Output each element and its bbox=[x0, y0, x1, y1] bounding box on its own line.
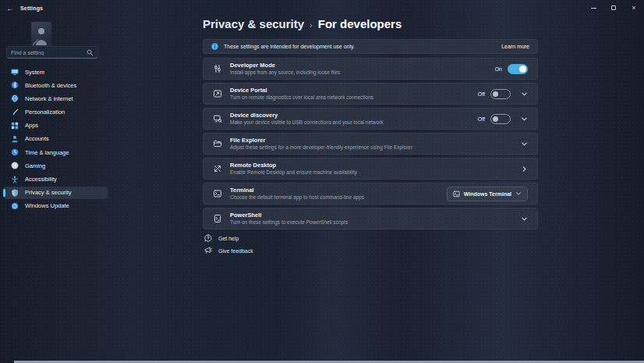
setting-row-terminal: Terminal Choose the default terminal app… bbox=[203, 183, 538, 205]
toggle-knob bbox=[493, 116, 498, 122]
user-avatar[interactable] bbox=[31, 22, 51, 48]
page-title: For developers bbox=[318, 17, 402, 30]
chevron-down-icon bbox=[521, 116, 528, 123]
brush-icon bbox=[11, 109, 19, 116]
chevron-down-icon bbox=[521, 91, 528, 98]
sidebar-item-label: Accounts bbox=[25, 135, 49, 142]
dropdown-selected-value: Windows Terminal bbox=[464, 191, 511, 197]
minimize-icon bbox=[591, 8, 596, 9]
maximize-icon bbox=[611, 5, 616, 10]
breadcrumb: Privacy & security › For developers bbox=[203, 17, 402, 30]
info-icon bbox=[211, 43, 218, 50]
search-input[interactable] bbox=[11, 50, 87, 55]
learn-more-link[interactable]: Learn more bbox=[501, 44, 529, 49]
sidebar-item-apps[interactable]: Apps bbox=[3, 119, 108, 132]
maximize-button[interactable] bbox=[603, 0, 624, 16]
window-controls: × bbox=[583, 0, 644, 16]
sidebar-item-accessibility[interactable]: Accessibility bbox=[3, 173, 108, 186]
give-feedback-link[interactable]: Give feedback bbox=[204, 247, 253, 254]
sidebar-item-network-internet[interactable]: Network & internet bbox=[3, 92, 108, 105]
breadcrumb-parent[interactable]: Privacy & security bbox=[203, 17, 304, 30]
selected-indicator bbox=[3, 189, 5, 197]
terminal-icon bbox=[213, 189, 222, 198]
sidebar-nav: System Bluetooth & devices Network & int… bbox=[3, 66, 108, 213]
device-discovery-icon bbox=[213, 114, 222, 123]
setting-row-file-explorer[interactable]: File Explorer Adjust these settings for … bbox=[203, 133, 538, 155]
info-banner: These settings are intended for developm… bbox=[203, 39, 538, 54]
setting-title: PowerShell bbox=[230, 212, 508, 219]
chevron-down-icon bbox=[515, 190, 522, 197]
setting-description: Enable Remote Desktop and ensure machine… bbox=[230, 169, 508, 175]
device-portal-toggle[interactable] bbox=[490, 89, 511, 99]
sidebar-item-label: Accessibility bbox=[25, 176, 57, 183]
sidebar-item-label: Gaming bbox=[25, 162, 45, 169]
setting-row-device-discovery[interactable]: Device discovery Make your device visibl… bbox=[203, 108, 538, 130]
setting-description: Make your device visible to USB connecti… bbox=[230, 119, 470, 125]
setting-title: Terminal bbox=[230, 187, 439, 194]
developer-mode-toggle[interactable] bbox=[508, 64, 528, 74]
sidebar-item-privacy-security[interactable]: Privacy & security bbox=[3, 187, 108, 199]
sidebar-item-gaming[interactable]: Gaming bbox=[3, 159, 108, 172]
sidebar-item-label: Network & internet bbox=[25, 95, 73, 102]
sidebar-item-label: System bbox=[25, 69, 44, 76]
search-box bbox=[6, 46, 98, 59]
get-help-link[interactable]: Get help bbox=[204, 234, 239, 242]
sidebar-item-personalization[interactable]: Personalization bbox=[3, 106, 108, 119]
banner-message: These settings are intended for developm… bbox=[224, 44, 355, 49]
settings-window: ← Settings × System bbox=[0, 0, 644, 363]
feedback-icon bbox=[204, 247, 212, 254]
breadcrumb-separator-icon: › bbox=[310, 20, 313, 30]
toggle-state-label: On bbox=[495, 66, 502, 72]
sidebar-item-label: Apps bbox=[25, 122, 38, 129]
chevron-right-icon bbox=[521, 165, 528, 173]
sidebar-item-label: Windows Update bbox=[25, 202, 69, 209]
help-icon bbox=[204, 234, 212, 242]
device-discovery-toggle[interactable] bbox=[490, 114, 511, 124]
toggle-knob bbox=[519, 66, 526, 73]
terminal-app-dropdown[interactable]: Windows Terminal bbox=[447, 187, 528, 201]
close-button[interactable]: × bbox=[624, 0, 644, 16]
sliders-icon bbox=[213, 64, 222, 73]
app-title: Settings bbox=[20, 5, 43, 11]
gamepad-icon bbox=[11, 162, 19, 169]
search-icon bbox=[87, 49, 94, 56]
shield-icon bbox=[11, 189, 19, 197]
sidebar-item-label: Bluetooth & devices bbox=[25, 82, 76, 89]
setting-title: Device Portal bbox=[230, 87, 470, 94]
sidebar-item-accounts[interactable]: Accounts bbox=[3, 133, 108, 145]
setting-description: Adjust these settings for a more develop… bbox=[230, 144, 508, 150]
clock-icon bbox=[11, 148, 19, 156]
toggle-state-label: Off bbox=[478, 91, 485, 97]
powershell-icon bbox=[213, 214, 222, 223]
sidebar-item-bluetooth-devices[interactable]: Bluetooth & devices bbox=[3, 79, 108, 91]
chevron-down-icon bbox=[521, 141, 528, 148]
minimize-button[interactable] bbox=[583, 0, 603, 16]
device-portal-icon bbox=[213, 89, 222, 98]
sidebar-item-time-language[interactable]: Time & language bbox=[3, 146, 108, 158]
sidebar-item-label: Personalization bbox=[25, 109, 65, 116]
setting-description: Choose the default terminal app to host … bbox=[230, 194, 439, 200]
folder-icon bbox=[213, 139, 222, 148]
toggle-state-label: Off bbox=[478, 116, 485, 122]
globe-icon bbox=[11, 94, 19, 102]
setting-row-powershell[interactable]: PowerShell Turn on these settings to exe… bbox=[203, 208, 538, 230]
setting-description: Install apps from any source, including … bbox=[230, 69, 487, 75]
give-feedback-label: Give feedback bbox=[218, 248, 253, 254]
avatar-figure bbox=[31, 22, 51, 48]
sidebar-item-windows-update[interactable]: Windows Update bbox=[3, 200, 108, 212]
setting-row-device-portal[interactable]: Device Portal Turn on remote diagnostics… bbox=[203, 83, 538, 105]
setting-title: Remote Desktop bbox=[230, 162, 508, 169]
setting-row-remote-desktop[interactable]: Remote Desktop Enable Remote Desktop and… bbox=[203, 158, 538, 180]
toggle-knob bbox=[493, 91, 498, 97]
update-icon bbox=[11, 202, 19, 210]
windows-terminal-icon bbox=[453, 190, 460, 198]
setting-description: Turn on these settings to execute PowerS… bbox=[230, 219, 508, 225]
accessibility-icon bbox=[11, 176, 19, 183]
sidebar-item-label: Privacy & security bbox=[25, 189, 72, 196]
back-button[interactable]: ← bbox=[0, 4, 20, 12]
setting-title: File Explorer bbox=[230, 137, 508, 144]
setting-description: Turn on remote diagnostics over local ar… bbox=[230, 94, 470, 100]
main-content: Privacy & security › For developers Thes… bbox=[203, 0, 538, 363]
get-help-label: Get help bbox=[218, 236, 239, 241]
sidebar-item-system[interactable]: System bbox=[3, 66, 108, 78]
